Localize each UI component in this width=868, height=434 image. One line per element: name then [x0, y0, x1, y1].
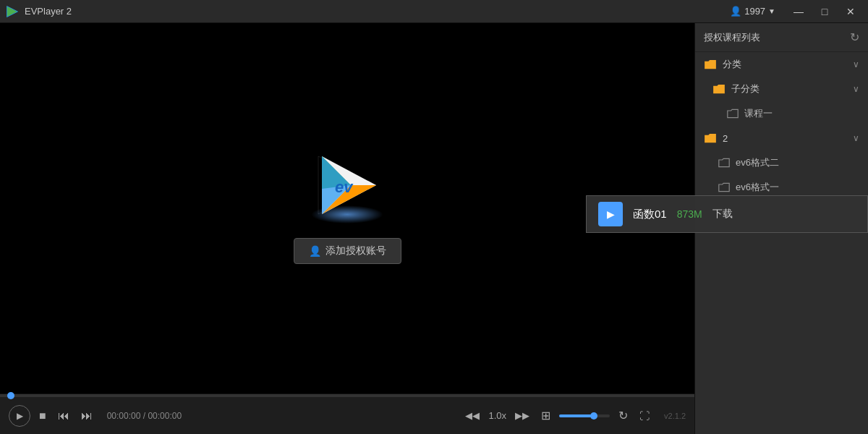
folder-label-cat2: 2 [723, 133, 847, 144]
sidebar-title: 授权课程列表 [704, 31, 760, 44]
file-item-course1[interactable]: 课程一 [695, 101, 868, 126]
file-item-ev6-2[interactable]: ev6格式二 [695, 150, 868, 175]
ev-logo: ev 👤 添加授权账号 [294, 153, 401, 264]
popup-download[interactable]: 下载 [712, 208, 733, 221]
folder-yellow-icon [704, 59, 717, 69]
window-button[interactable]: ⊞ [538, 407, 553, 424]
chevron-icon-cat2: ∨ [853, 133, 859, 143]
user-info: 👤 1997 ▼ [730, 6, 775, 17]
add-account-label: 添加授权账号 [326, 244, 386, 258]
controls-bar: ▶ ■ ⏮ ⏭ 00:00:00 / 00:00:00 ◀◀ 1.0x [0, 393, 694, 434]
sidebar-header: 授权课程列表 ↻ [695, 23, 868, 52]
file-label-ev6-1: ev6格式一 [736, 181, 779, 194]
app-title: EVPlayer 2 [25, 6, 72, 17]
stop-button[interactable]: ■ [36, 408, 49, 424]
user-add-icon: 👤 [309, 245, 321, 257]
fullscreen-button[interactable]: ⛶ [637, 409, 652, 423]
file-label-course1: 课程一 [744, 107, 773, 120]
username: 1997 [744, 6, 765, 17]
volume-slider[interactable] [559, 414, 610, 417]
loop-icon: ↻ [618, 409, 628, 422]
title-bar: EVPlayer 2 👤 1997 ▼ — □ ✕ [0, 0, 868, 23]
chevron-icon-cat1: ∨ [853, 59, 859, 69]
rewind-button[interactable]: ◀◀ [462, 409, 482, 422]
speed-display: 1.0x [488, 410, 506, 421]
svg-marker-0 [7, 6, 18, 17]
minimize-button[interactable]: — [787, 4, 810, 20]
title-bar-right: 👤 1997 ▼ — □ ✕ [730, 4, 862, 20]
folder-item-cat2[interactable]: 2 ∨ [695, 126, 868, 150]
play-button[interactable]: ▶ [9, 405, 30, 427]
controls-row: ▶ ■ ⏮ ⏭ 00:00:00 / 00:00:00 ◀◀ 1.0x [0, 397, 694, 434]
volume-dot [590, 412, 597, 420]
fullscreen-icon: ⛶ [639, 410, 650, 422]
maximize-button[interactable]: □ [813, 4, 836, 20]
app-icon [6, 5, 19, 18]
prev-icon: ⏮ [58, 409, 69, 422]
user-icon: 👤 [730, 6, 741, 17]
folder-outline-icon [727, 109, 739, 119]
refresh-button[interactable]: ↻ [850, 30, 859, 44]
prev-button[interactable]: ⏮ [55, 408, 72, 424]
svg-text:ev: ev [335, 178, 354, 196]
time-display: 00:00:00 / 00:00:00 [107, 411, 182, 421]
add-account-button[interactable]: 👤 添加授权账号 [294, 238, 401, 264]
progress-dot [7, 392, 14, 399]
next-button[interactable]: ⏭ [78, 408, 95, 424]
folder-label-subcat1: 子分类 [731, 82, 847, 95]
chevron-icon-subcat1: ∨ [853, 84, 859, 94]
course-popup: ▶ 函数01 873M 下载 [586, 195, 868, 233]
popup-size: 873M [677, 208, 702, 220]
loop-button[interactable]: ↻ [616, 407, 631, 424]
progress-bar[interactable] [0, 394, 694, 397]
stop-icon: ■ [39, 409, 46, 422]
popup-title: 函数01 [633, 208, 667, 221]
volume-filled [559, 414, 592, 417]
title-bar-left: EVPlayer 2 [6, 5, 730, 18]
rewind-icon: ◀◀ [465, 410, 480, 421]
folder-outline-icon-2 [718, 158, 730, 168]
version-text: v2.1.2 [664, 412, 686, 420]
play-icon: ▶ [17, 411, 23, 421]
next-icon: ⏭ [81, 409, 93, 422]
popup-play-button[interactable]: ▶ [598, 202, 623, 226]
forward-icon: ▶▶ [515, 410, 529, 421]
folder-item-cat1[interactable]: 分类 ∨ [695, 52, 868, 77]
window-icon: ⊞ [541, 409, 550, 422]
folder-yellow-icon-sub [712, 84, 726, 94]
popup-play-icon: ▶ [607, 208, 615, 220]
folder-item-subcat1[interactable]: 子分类 ∨ [695, 77, 868, 101]
dropdown-icon: ▼ [768, 7, 775, 15]
sidebar-content: 分类 ∨ 子分类 ∨ 课程一 [695, 52, 868, 434]
folder-label-cat1: 分类 [723, 58, 847, 71]
close-button[interactable]: ✕ [839, 4, 862, 20]
folder-outline-icon-1 [718, 182, 730, 192]
forward-button[interactable]: ▶▶ [512, 409, 532, 422]
folder-yellow-icon-2 [704, 133, 717, 143]
file-label-ev6-2: ev6格式二 [736, 156, 779, 169]
